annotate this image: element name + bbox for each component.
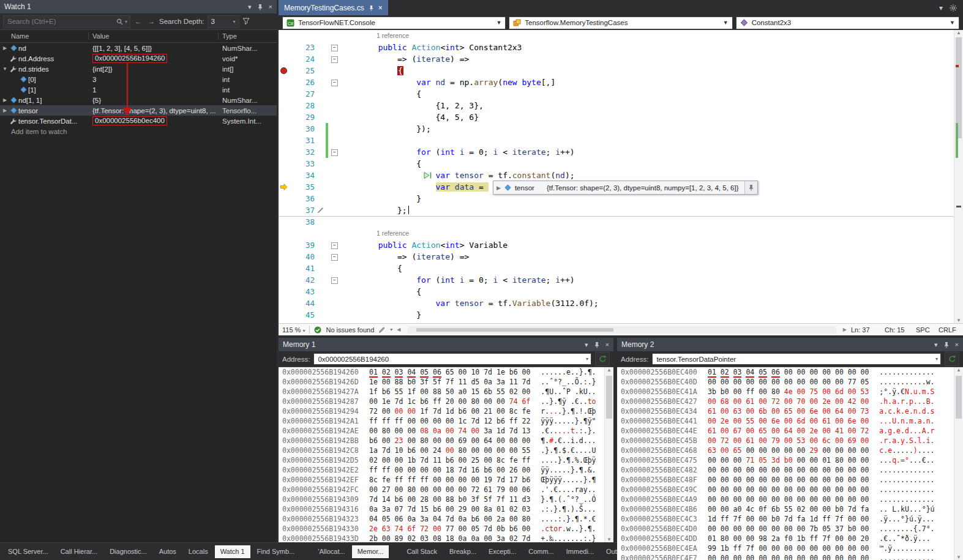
refresh-button[interactable] bbox=[945, 352, 959, 366]
code-text[interactable]: public Action<int> Constant2x3 bbox=[340, 42, 963, 53]
memory-row[interactable]: 0x000002556B0EC4A900 00 00 00 00 00 00 0… bbox=[621, 495, 954, 504]
memory-row[interactable]: 0x000002556B0EC41A3b b0 00 ff 00 80 4e 0… bbox=[621, 387, 954, 397]
search-box[interactable]: ▾ bbox=[3, 15, 130, 28]
memory-row[interactable]: 0x000002556B0EC46863 00 65 00 00 00 00 0… bbox=[621, 446, 954, 455]
code-line[interactable]: 26− var nd = np.array(new byte[,] bbox=[279, 77, 963, 88]
bottom-tab[interactable]: 'Allocat... bbox=[312, 545, 350, 558]
glyph-margin[interactable] bbox=[279, 77, 290, 88]
search-options-caret-icon[interactable]: ▾ bbox=[125, 19, 127, 24]
watch-row[interactable]: [1]1int bbox=[0, 84, 277, 95]
code-text[interactable]: }); bbox=[340, 123, 963, 135]
collapse-minus-icon[interactable]: − bbox=[331, 45, 338, 51]
code-text[interactable]: { bbox=[340, 263, 963, 274]
memory1-hex-grid[interactable]: 0x000002556B19426001 02 03 04 05 06 65 0… bbox=[279, 367, 605, 542]
search-depth-dropdown[interactable]: 3 ▾ bbox=[208, 15, 239, 28]
memory-row[interactable]: 0x000002556B19433D2b 00 89 02 03 08 18 0… bbox=[282, 534, 605, 542]
glyph-margin[interactable] bbox=[279, 123, 290, 135]
memory1-address-box[interactable]: ▾ bbox=[313, 353, 591, 365]
horizontal-scrollbar[interactable] bbox=[408, 326, 836, 334]
code-line[interactable]: 45 } bbox=[279, 309, 963, 321]
chevron-collapsed-icon[interactable]: ▶ bbox=[1, 97, 9, 103]
chevron-down-icon[interactable]: ▾ bbox=[586, 356, 588, 362]
code-text[interactable]: } bbox=[340, 309, 963, 321]
code-text[interactable]: {1, 2, 3}, bbox=[340, 100, 963, 111]
code-line[interactable]: 38 bbox=[279, 216, 963, 228]
memory-row[interactable]: 0x000002556B0EC43461 00 63 00 6b 00 65 0… bbox=[621, 406, 954, 416]
memory-row[interactable]: 0x000002556B1942EF8c fe ff ff ff 00 00 0… bbox=[282, 475, 605, 485]
brush-caret-icon[interactable]: ▾ bbox=[390, 327, 392, 332]
code-text[interactable]: { bbox=[340, 65, 963, 77]
scrollbar-thumb[interactable] bbox=[956, 376, 962, 419]
chevron-expanded-icon[interactable]: ▼ bbox=[1, 66, 9, 72]
glyph-margin[interactable] bbox=[279, 193, 290, 204]
editor-vertical-scrollbar[interactable]: ▲ ▼ bbox=[954, 30, 963, 323]
datatip[interactable]: ▶ tensor {tf.Tensor: shape=(2, 3), dtype… bbox=[493, 181, 758, 195]
memory2-titlebar[interactable]: Memory 2 ▾ × bbox=[617, 338, 963, 351]
memory-row[interactable]: 0x000002556B0EC4EA99 1b ff 7f 00 00 00 0… bbox=[621, 543, 954, 553]
window-menu-icon[interactable]: ▾ bbox=[934, 342, 938, 348]
code-text[interactable]: => (iterate) => bbox=[340, 251, 963, 263]
bottom-tab[interactable]: Locals bbox=[183, 545, 214, 558]
watch-row[interactable]: ▶nd{[[1, 2, 3], [4, 5, 6]]}NumShar... bbox=[0, 43, 277, 53]
code-text[interactable]: var nd = np.array(new byte[,] bbox=[340, 77, 963, 88]
code-text[interactable]: }; bbox=[340, 204, 963, 216]
watch-row[interactable]: nd.Address0x000002556b194260void* bbox=[0, 53, 277, 64]
memory1-address-input[interactable] bbox=[317, 355, 586, 364]
memory-row[interactable]: 0x000002556B0EC4D000 00 00 00 00 00 00 0… bbox=[621, 524, 954, 534]
memory-row[interactable]: 0x000002556B0EC40001 02 03 04 05 06 00 0… bbox=[621, 367, 954, 377]
hscroll-right-icon[interactable]: ▶ bbox=[843, 327, 847, 332]
window-menu-icon[interactable]: ▾ bbox=[248, 4, 252, 10]
code-line[interactable]: 25 { bbox=[279, 65, 963, 77]
code-area[interactable]: 1 reference23− public Action<int> Consta… bbox=[279, 30, 963, 323]
search-next-button[interactable]: → bbox=[146, 17, 156, 26]
watch-row[interactable]: tensor.TensorDat...0x000002556b0ec400Sys… bbox=[0, 116, 277, 126]
code-text[interactable]: var tensor = tf.Variable(3112.0f); bbox=[340, 297, 963, 309]
memory2-address-input[interactable] bbox=[655, 355, 935, 364]
hscrollbar-thumb[interactable] bbox=[416, 328, 613, 332]
memory-row[interactable]: 0x000002556B0EC47500 00 00 71 05 3d b0 0… bbox=[621, 455, 954, 465]
code-text[interactable]: public Action<int> Variable bbox=[340, 239, 963, 251]
execution-margin[interactable] bbox=[279, 181, 290, 193]
bottom-tab[interactable]: Autos bbox=[154, 545, 182, 558]
pin-icon[interactable] bbox=[594, 342, 600, 348]
codelens-references[interactable]: 1 reference bbox=[377, 30, 409, 42]
memory-row[interactable]: 0x000002556B1942BBb6 00 23 00 80 00 00 6… bbox=[282, 436, 605, 446]
memory-row[interactable]: 0x000002556B1942A1ff ff ff 00 00 00 00 1… bbox=[282, 416, 605, 426]
glyph-margin[interactable] bbox=[279, 146, 290, 158]
glyph-margin[interactable] bbox=[279, 263, 290, 274]
memory-row[interactable]: 0x000002556B0EC44100 2e 00 55 00 6e 00 6… bbox=[621, 416, 954, 426]
search-icon[interactable] bbox=[116, 18, 123, 25]
memory-row[interactable]: 0x000002556B19426001 02 03 04 05 06 65 0… bbox=[282, 367, 605, 377]
code-line[interactable]: 43 { bbox=[279, 286, 963, 297]
watch-row[interactable]: ▶nd[1, 1]{5}NumShar... bbox=[0, 95, 277, 105]
chevron-collapsed-icon[interactable]: ▶ bbox=[1, 108, 9, 113]
scroll-down-icon[interactable]: ▼ bbox=[954, 318, 963, 323]
chevron-down-icon[interactable]: ▾ bbox=[935, 356, 938, 362]
space-mode-indicator[interactable]: SPC bbox=[916, 326, 934, 334]
code-line[interactable]: 23− public Action<int> Constant2x3 bbox=[279, 42, 963, 53]
scroll-up-icon[interactable]: ▲ bbox=[605, 367, 613, 373]
code-line[interactable]: 32− for (int i = 0; i < iterate; i++) bbox=[279, 146, 963, 158]
glyph-margin[interactable] bbox=[279, 204, 290, 216]
memory1-scrollbar[interactable]: ▲ ▼ bbox=[604, 367, 613, 542]
close-icon[interactable]: × bbox=[955, 342, 959, 348]
memory-row[interactable]: 0x000002556B19428700 1e 7d 1c b6 ff 20 0… bbox=[282, 397, 605, 406]
bottom-tab[interactable]: Memor... bbox=[352, 545, 389, 558]
bottom-tab[interactable]: Output bbox=[601, 545, 617, 558]
glyph-margin[interactable] bbox=[279, 158, 290, 170]
bottom-tab[interactable]: Find Symb... bbox=[252, 545, 301, 558]
code-line[interactable]: 27 { bbox=[279, 88, 963, 100]
tab-pin-icon[interactable] bbox=[369, 5, 374, 11]
code-line[interactable]: 40− => (iterate) => bbox=[279, 251, 963, 263]
memory-row[interactable]: 0x000002556B1943160a 3a 07 7d 15 b6 00 2… bbox=[282, 504, 605, 514]
memory-row[interactable]: 0x000002556B19432304 05 06 0a 3a 04 7d 0… bbox=[282, 514, 605, 524]
glyph-margin[interactable] bbox=[279, 88, 290, 100]
glyph-margin[interactable] bbox=[279, 251, 290, 263]
breakpoint-margin[interactable] bbox=[279, 65, 290, 77]
tab-close-icon[interactable]: × bbox=[378, 4, 383, 12]
collapse-minus-icon[interactable]: − bbox=[331, 277, 338, 284]
code-text[interactable]: { bbox=[340, 286, 963, 297]
code-line[interactable]: 33 { bbox=[279, 158, 963, 170]
code-line[interactable]: 37 }; bbox=[279, 204, 963, 216]
watch-row[interactable]: ▶tensor{tf.Tensor: shape=(2, 3), dtype=u… bbox=[0, 105, 277, 116]
